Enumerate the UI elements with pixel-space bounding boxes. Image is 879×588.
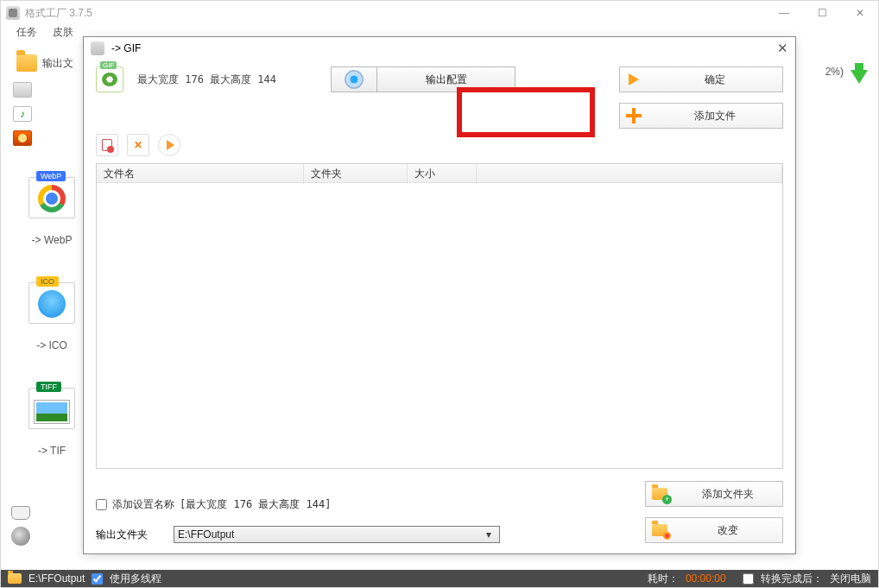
app-icon	[6, 6, 20, 20]
clear-button[interactable]: ✕	[127, 134, 149, 156]
play-icon	[167, 140, 174, 150]
output-folder-value: E:\FFOutput	[178, 528, 482, 541]
col-name[interactable]: 文件名	[97, 164, 304, 184]
app-title: 格式工厂 3.7.5	[25, 6, 771, 21]
minimize-button[interactable]: —	[771, 4, 797, 22]
gif-chip-icon: GIF	[96, 66, 123, 92]
folder-plus-icon	[652, 488, 667, 500]
photo-icon	[35, 401, 69, 423]
col-size[interactable]: 大小	[408, 164, 477, 184]
multithread-label: 使用多线程	[110, 572, 161, 586]
add-file-button[interactable]: 添加文件	[619, 103, 783, 129]
drive-icon[interactable]	[11, 506, 30, 520]
settings-icon-button[interactable]	[331, 66, 377, 92]
card-webp[interactable]: WebP -> WebP	[22, 177, 82, 246]
card-tif[interactable]: TIFF -> TIF	[22, 388, 82, 457]
badge-tiff: TIFF	[36, 382, 61, 392]
dialog-close-button[interactable]: ✕	[777, 41, 788, 56]
multithread-checkbox[interactable]	[92, 573, 103, 585]
chevron-down-icon[interactable]: ▾	[482, 528, 496, 541]
maximize-button[interactable]: ☐	[809, 4, 835, 22]
ok-label: 确定	[648, 73, 782, 87]
add-spec-value: [最大宽度 176 最大高度 144]	[180, 497, 331, 512]
caption-tif: -> TIF	[38, 445, 66, 457]
dialog-title: -> GIF	[111, 42, 141, 54]
badge-webp: WebP	[36, 171, 66, 181]
add-file-label: 添加文件	[648, 109, 782, 123]
info-icon	[38, 290, 66, 318]
add-folder-button[interactable]: 添加文件夹	[645, 481, 783, 507]
gear-icon	[346, 72, 362, 87]
file-table[interactable]: 文件名 文件夹 大小	[96, 163, 783, 469]
status-bar: E:\FFOutput 使用多线程 耗时： 00:00:00 转换完成后： 关闭…	[1, 570, 878, 587]
output-folder-label-truncated: 输出文	[42, 56, 73, 71]
output-config-button[interactable]: 输出配置	[377, 66, 515, 92]
dialog-titlebar[interactable]: -> GIF ✕	[84, 37, 795, 60]
folder-change-icon	[652, 524, 667, 536]
plus-icon	[626, 108, 642, 123]
caption-webp: -> WebP	[32, 234, 73, 246]
change-button[interactable]: 改变	[645, 517, 783, 543]
card-ico[interactable]: ICO -> ICO	[22, 282, 82, 351]
output-folder-row[interactable]: 输出文	[16, 54, 73, 72]
gif-dialog: -> GIF ✕ GIF 最大宽度 176 最大高度 144 输出配置 确定 添…	[83, 36, 796, 554]
col-folder[interactable]: 文件夹	[304, 164, 408, 184]
download-arrow-icon[interactable]	[851, 70, 868, 84]
remove-file-icon	[102, 139, 112, 151]
video-category-icon[interactable]	[13, 82, 32, 98]
play-button[interactable]	[158, 134, 180, 156]
output-folder-combo[interactable]: E:\FFOutput ▾	[174, 526, 500, 543]
remove-file-button[interactable]	[96, 134, 118, 156]
spec-text: 最大宽度 176 最大高度 144	[137, 73, 276, 87]
dialog-icon	[91, 41, 104, 55]
table-header: 文件名 文件夹 大小	[97, 164, 782, 183]
add-folder-label: 添加文件夹	[673, 487, 782, 502]
output-folder-label: 输出文件夹	[96, 528, 148, 542]
picture-category-icon[interactable]	[13, 130, 32, 146]
status-folder-icon[interactable]	[8, 573, 22, 584]
after-label: 转换完成后：	[761, 572, 823, 586]
main-titlebar: 格式工厂 3.7.5 — ☐ ✕	[1, 1, 878, 25]
disc-icon[interactable]	[11, 527, 30, 546]
folder-icon	[16, 54, 37, 72]
arrow-right-icon	[629, 73, 639, 85]
ok-button[interactable]: 确定	[619, 66, 783, 92]
audio-category-icon[interactable]: ♪	[13, 106, 32, 122]
caption-ico: -> ICO	[36, 339, 67, 351]
add-spec-checkbox[interactable]	[96, 499, 107, 510]
gif-badge: GIF	[100, 61, 117, 69]
add-spec-label: 添加设置名称	[112, 497, 174, 512]
col-spacer	[477, 164, 782, 184]
menu-skin[interactable]: 皮肤	[53, 25, 73, 46]
badge-ico: ICO	[36, 276, 59, 287]
menu-task[interactable]: 任务	[16, 25, 37, 46]
elapsed-label: 耗时：	[648, 572, 679, 586]
chrome-icon	[38, 185, 66, 212]
progress-percent: 2%)	[825, 66, 844, 78]
change-label: 改变	[673, 523, 782, 538]
elapsed-value: 00:00:00	[686, 572, 726, 585]
x-icon: ✕	[134, 139, 142, 151]
after-value: 关闭电脑	[830, 572, 871, 586]
format-cards: WebP -> WebP ICO -> ICO TIFF -> TIF	[22, 177, 82, 457]
file-toolbar: ✕	[84, 134, 795, 163]
status-path[interactable]: E:\FFOutput	[28, 572, 85, 585]
output-config-label: 输出配置	[426, 73, 467, 87]
after-checkbox[interactable]	[743, 573, 754, 585]
close-button[interactable]: ✕	[847, 4, 873, 22]
category-strip: ♪	[13, 82, 32, 146]
